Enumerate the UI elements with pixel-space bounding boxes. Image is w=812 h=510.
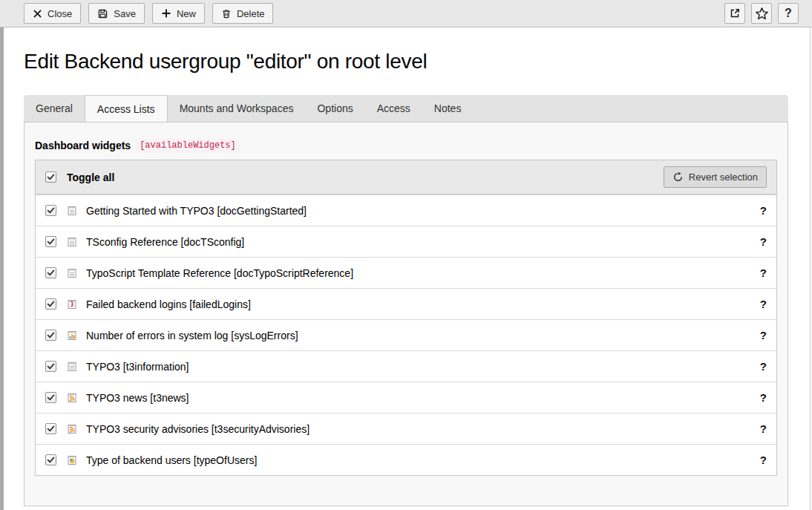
row-help-icon[interactable]: ? [760, 391, 767, 404]
row-checkbox[interactable] [45, 205, 56, 216]
plus-icon [161, 8, 171, 19]
document-list-icon [66, 236, 78, 248]
table-row: Type of backend users [typeOfUsers] ? [36, 444, 776, 475]
row-label: TYPO3 security advisories [t3securityAdv… [86, 423, 310, 435]
checkbox-check-icon [46, 206, 56, 215]
row-label: Type of backend users [typeOfUsers] [86, 454, 257, 466]
table-row: TSconfig Reference [docTSconfig] ? [36, 226, 776, 257]
row-label: Getting Started with TYPO3 [docGettingSt… [86, 205, 307, 217]
row-label: Failed backend logins [failedLogins] [86, 298, 251, 310]
row-help-icon[interactable]: ? [760, 204, 767, 217]
close-icon [33, 9, 42, 19]
close-button[interactable]: Close [24, 3, 81, 24]
number-widget-icon: 3 [66, 298, 78, 310]
table-row: TYPO3 security advisories [t3securityAdv… [36, 413, 776, 444]
row-checkbox[interactable] [45, 298, 56, 310]
field-label-row: Dashboard widgets [availableWidgets] [35, 139, 777, 152]
row-checkbox[interactable] [45, 454, 56, 465]
row-label: TYPO3 [t3information] [86, 361, 189, 373]
table-row: TypoScript Template Reference [docTypoSc… [36, 257, 776, 288]
close-label: Close [48, 8, 72, 19]
checkbox-check-icon [46, 330, 56, 340]
delete-label: Delete [237, 8, 265, 19]
row-help-icon[interactable]: ? [760, 360, 767, 373]
tab-access[interactable]: Access [365, 95, 422, 122]
bar-chart-icon [66, 330, 78, 341]
document-list-icon [66, 205, 78, 217]
help-icon: ? [785, 7, 792, 20]
revert-icon [672, 171, 684, 183]
row-label: TSconfig Reference [docTSconfig] [86, 236, 244, 248]
row-help-icon[interactable]: ? [760, 235, 767, 248]
tab-general[interactable]: General [24, 95, 85, 122]
row-label: TypoScript Template Reference [docTypoSc… [86, 267, 353, 279]
row-checkbox[interactable] [45, 392, 56, 403]
pie-chart-icon [66, 454, 78, 466]
docheader-right-buttons: ? [724, 3, 799, 24]
tab-pane-access-lists: Dashboard widgets [availableWidgets] Tog… [24, 122, 788, 506]
checkbox-check-icon [46, 299, 56, 309]
save-label: Save [114, 8, 136, 19]
open-new-window-icon [729, 7, 741, 19]
help-button[interactable]: ? [778, 3, 799, 24]
checkbox-check-icon [46, 424, 56, 434]
panel-header: Toggle all Revert selection [36, 160, 776, 194]
table-row: 3 Failed backend logins [failedLogins] ? [36, 288, 776, 319]
row-help-icon[interactable]: ? [760, 329, 767, 341]
widgets-multiselect-panel: Toggle all Revert selection Getting Star… [35, 160, 777, 476]
table-row: Getting Started with TYPO3 [docGettingSt… [36, 194, 776, 226]
row-checkbox[interactable] [45, 423, 56, 434]
tab-mounts-and-workspaces[interactable]: Mounts and Workspaces [168, 95, 306, 122]
field-code-badge: [availableWidgets] [136, 139, 240, 152]
row-label: TYPO3 news [t3news] [86, 392, 189, 404]
row-checkbox[interactable] [45, 361, 56, 372]
toggle-all-checkbox[interactable] [45, 171, 56, 183]
checkbox-check-icon [46, 455, 56, 465]
bookmark-button[interactable] [751, 3, 772, 24]
row-help-icon[interactable]: ? [760, 454, 767, 466]
save-icon [97, 8, 108, 19]
document-list-icon [66, 361, 78, 373]
table-row: TYPO3 news [t3news] ? [36, 382, 776, 413]
row-checkbox[interactable] [45, 330, 56, 341]
save-button[interactable]: Save [88, 3, 145, 24]
row-help-icon[interactable]: ? [760, 298, 767, 310]
rss-icon [66, 392, 78, 404]
row-label: Number of errors in system log [sysLogEr… [86, 330, 298, 341]
row-checkbox[interactable] [45, 236, 56, 247]
tab-options[interactable]: Options [305, 95, 364, 122]
svg-text:3: 3 [71, 301, 74, 308]
checkbox-check-icon [46, 237, 56, 246]
document-list-icon [66, 267, 78, 279]
checkbox-check-icon [46, 172, 56, 182]
tab-notes[interactable]: Notes [422, 95, 474, 122]
new-button[interactable]: New [152, 3, 205, 24]
edit-document-area: Edit Backend usergroup "editor" on root … [4, 27, 810, 510]
tab-access-lists[interactable]: Access Lists [85, 95, 168, 122]
revert-label: Revert selection [689, 171, 758, 183]
checkbox-check-icon [46, 268, 56, 278]
trash-icon [221, 8, 232, 19]
docheader-toolbar: Close Save New Delete [0, 0, 812, 27]
table-row: Number of errors in system log [sysLogEr… [36, 319, 776, 350]
dashboard-widgets-label: Dashboard widgets [35, 140, 131, 151]
record-tabs: General Access Lists Mounts and Workspac… [24, 95, 788, 122]
table-row: TYPO3 [t3information] ? [36, 350, 776, 382]
star-icon [755, 7, 769, 21]
page-title: Edit Backend usergroup "editor" on root … [24, 50, 788, 73]
open-new-window-button[interactable] [724, 3, 745, 24]
checkbox-check-icon [46, 362, 56, 371]
rss-icon [66, 423, 78, 435]
toggle-all-label: Toggle all [67, 171, 114, 183]
checkbox-check-icon [46, 393, 56, 402]
row-help-icon[interactable]: ? [760, 267, 767, 279]
row-checkbox[interactable] [45, 267, 56, 278]
revert-selection-button[interactable]: Revert selection [664, 166, 767, 188]
row-help-icon[interactable]: ? [760, 422, 767, 435]
delete-button[interactable]: Delete [212, 3, 274, 24]
new-label: New [177, 8, 196, 19]
